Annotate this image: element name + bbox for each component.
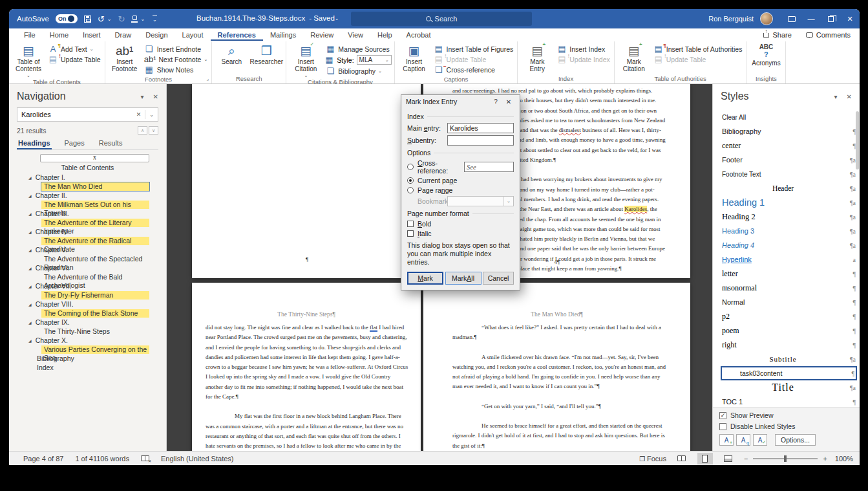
- tab-view[interactable]: View: [341, 30, 370, 41]
- tab-mailings[interactable]: Mailings: [263, 30, 303, 41]
- nav-item-the-adventure-of-the-bald-archaeologist[interactable]: The Adventure of the Bald Archaeologist: [41, 273, 149, 281]
- zoom-slider-thumb[interactable]: [784, 455, 787, 462]
- tab-draw[interactable]: Draw: [108, 30, 139, 41]
- nav-item-chapter-vi[interactable]: ◢Chapter VI.: [17, 263, 158, 272]
- zoom-level[interactable]: 100%: [835, 455, 853, 463]
- user-name[interactable]: Ron Bergquist: [708, 15, 754, 23]
- nav-item-chapter-ii[interactable]: ◢Chapter II.: [17, 191, 158, 200]
- tab-layout[interactable]: Layout: [175, 30, 211, 41]
- add-text-button[interactable]: A¶Add Text⌄: [47, 44, 102, 54]
- nav-tab-pages[interactable]: Pages: [63, 137, 86, 149]
- tab-home[interactable]: Home: [43, 30, 76, 41]
- insert-table-of-authorities-button[interactable]: ▤¶Insert Table of Authorities: [652, 44, 744, 54]
- navigation-close-icon[interactable]: ✕: [153, 93, 158, 100]
- navigation-search-input[interactable]: Karolides ✕ ⌄: [17, 107, 158, 122]
- style-msonormal[interactable]: msonormal¶: [722, 281, 856, 295]
- style-bibliography[interactable]: Bibliography¶: [722, 124, 856, 138]
- nav-item-chapter-i[interactable]: ◢Chapter I.: [17, 173, 158, 182]
- nav-item-bibliography[interactable]: Bibliography: [17, 354, 158, 363]
- page-indicator[interactable]: Page 4 of 87: [23, 455, 63, 463]
- collapse-triangle-icon[interactable]: ◢: [28, 175, 32, 180]
- mark-entry-button[interactable]: ▤+Mark Entry: [520, 43, 554, 72]
- stamp-icon[interactable]: [131, 20, 138, 23]
- nav-item-the-dry-fly-fisherman[interactable]: The Dry-Fly Fisherman: [41, 291, 149, 300]
- minimize-button[interactable]: —: [801, 9, 821, 28]
- styles-scrollbar[interactable]: [856, 111, 859, 169]
- style-heading-2[interactable]: Heading 2¶a: [722, 210, 856, 224]
- nav-item-various-parties-converging-on-the-sea[interactable]: Various Parties Converging on the Sea: [41, 345, 149, 354]
- collapse-triangle-icon[interactable]: ◢: [28, 230, 32, 234]
- styles-close-icon[interactable]: ✕: [847, 93, 852, 100]
- new-style-button[interactable]: A+: [719, 434, 734, 446]
- print-layout-button[interactable]: [697, 453, 713, 464]
- nav-item-the-adventure-of-the-radical-candidate[interactable]: The Adventure of the Radical Candidate: [41, 237, 149, 245]
- mark-citation-button[interactable]: ▤+Mark Citation: [617, 43, 651, 72]
- nav-item-chapter-x[interactable]: ◢Chapter X.: [17, 336, 158, 345]
- style-poem[interactable]: poem¶: [722, 323, 856, 338]
- nav-tab-results[interactable]: Results: [98, 137, 124, 149]
- subentry-field[interactable]: [447, 135, 514, 146]
- show-notes-button[interactable]: ▦Show Notes: [143, 65, 209, 74]
- collapse-triangle-icon[interactable]: ◢: [28, 338, 32, 343]
- dialog-close-icon[interactable]: ✕: [502, 98, 515, 105]
- language-indicator[interactable]: English (United States): [161, 455, 234, 463]
- collapse-triangle-icon[interactable]: ◢: [28, 266, 32, 270]
- tab-insert[interactable]: Insert: [76, 30, 108, 41]
- tab-acrobat[interactable]: Acrobat: [399, 30, 438, 41]
- styles-options-icon[interactable]: ▾: [834, 93, 838, 100]
- paragraph[interactable]: did not stay long. The night was fine an…: [206, 323, 408, 402]
- style-heading-1[interactable]: Heading 1¶a: [722, 195, 856, 210]
- save-icon[interactable]: [84, 16, 91, 23]
- style-p2[interactable]: p2¶: [722, 309, 856, 323]
- style-right[interactable]: right¶: [722, 338, 856, 352]
- style-subtitle[interactable]: Subtitle¶a: [722, 352, 856, 366]
- search-box[interactable]: Search: [351, 12, 532, 26]
- cross-reference-button[interactable]: ❏−Cross-reference: [432, 65, 515, 74]
- tab-file[interactable]: File: [17, 30, 43, 41]
- style-letter[interactable]: letter¶: [722, 267, 856, 281]
- paragraph[interactable]: “What does it feel like?” I asked. I was…: [452, 323, 666, 343]
- nav-item-the-coming-of-the-black-stone[interactable]: The Coming of the Black Stone: [41, 309, 149, 318]
- close-button[interactable]: ✕: [840, 9, 860, 28]
- next-result-button[interactable]: ∨: [149, 126, 158, 135]
- mark-button[interactable]: Mark: [407, 272, 443, 285]
- style-center[interactable]: center¶: [722, 138, 856, 153]
- show-preview-checkbox[interactable]: ✓ Show Preview: [719, 411, 853, 419]
- nav-item-index[interactable]: Index: [17, 363, 158, 372]
- nav-item-chapter-iv[interactable]: ◢Chapter IV.: [17, 227, 158, 236]
- read-mode-button[interactable]: [674, 453, 690, 464]
- document-page[interactable]: The Man Who Died¶ “What does it feel lik…: [423, 283, 690, 451]
- nav-item-chapter-vii[interactable]: ◢Chapter VII.: [17, 281, 158, 290]
- web-layout-button[interactable]: [721, 453, 736, 464]
- cross-reference-radio[interactable]: Cross-reference: See: [407, 159, 514, 175]
- search-button[interactable]: ⌕Search: [215, 43, 248, 65]
- collapse-triangle-icon[interactable]: ◢: [28, 193, 32, 198]
- search-options-dropdown-icon[interactable]: ⌄: [149, 112, 154, 118]
- insert-index-button[interactable]: ▤Insert Index: [555, 44, 611, 54]
- nav-tab-headings[interactable]: Headings: [17, 137, 52, 149]
- bold-checkbox[interactable]: Bold: [407, 220, 514, 228]
- update-table-button[interactable]: ▤!Update Table: [47, 54, 102, 64]
- document-page[interactable]: The Thirty-Nine Steps¶ did not stay long…: [192, 283, 421, 451]
- collapse-triangle-icon[interactable]: ◢: [28, 302, 32, 307]
- insert-table-of-figures-button[interactable]: ▤Insert Table of Figures: [432, 44, 515, 54]
- collapse-triangle-icon[interactable]: ◢: [28, 248, 32, 252]
- undo-dropdown-icon[interactable]: ⌄: [107, 16, 112, 22]
- disable-linked-styles-checkbox[interactable]: Disable Linked Styles: [719, 422, 853, 430]
- proofing-errors-icon[interactable]: [141, 455, 149, 461]
- toc-collapse-box[interactable]: ⊼: [40, 154, 149, 162]
- table-of-contents-button[interactable]: ▤Table of Contents⌄: [12, 43, 45, 78]
- ribbon-display-options-button[interactable]: [782, 9, 801, 28]
- acronyms-button[interactable]: ABC?Acronyms: [749, 43, 783, 67]
- cross-reference-field[interactable]: See: [464, 162, 514, 172]
- zoom-slider[interactable]: [753, 458, 818, 459]
- nav-item-table-of-contents[interactable]: Table of Contents: [17, 164, 158, 173]
- nav-item-chapter-ix[interactable]: ◢Chapter IX.: [17, 318, 158, 327]
- researcher-button[interactable]: ❒Researcher: [249, 43, 283, 65]
- styles-options-button[interactable]: Options...: [775, 434, 816, 446]
- tab-references[interactable]: References: [211, 30, 263, 41]
- tab-design[interactable]: Design: [138, 30, 175, 41]
- comments-button[interactable]: Comments: [806, 31, 851, 39]
- nav-item-the-thirty-nine-steps[interactable]: The Thirty-Nine Steps: [41, 327, 149, 336]
- nav-item-the-adventure-of-the-spectacled-roadman[interactable]: The Adventure of the Spectacled Roadman: [41, 255, 149, 263]
